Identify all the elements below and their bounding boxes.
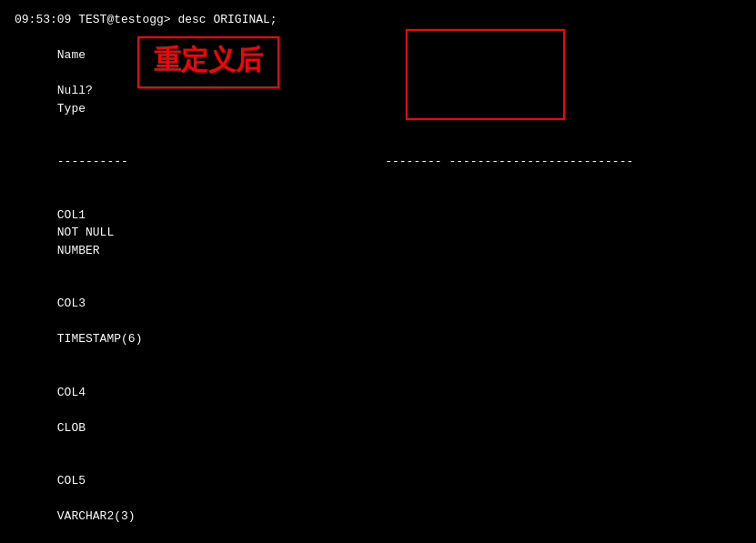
col-name-col4: COL4 — [57, 384, 367, 402]
col-type-col1: NUMBER — [57, 244, 100, 257]
col-name-col5: COL5 — [57, 472, 367, 490]
col-type-col3: TIMESTAMP(6) — [57, 332, 143, 346]
col-type-col5: VARCHAR2(3) — [57, 509, 136, 523]
table-row-col4: COL4 CLOB — [15, 366, 756, 455]
annotation-after: 重定义后 — [137, 36, 279, 88]
col-type-col4: CLOB — [57, 421, 86, 435]
terminal-window: 09:53:09 TEST@testogg> desc ORIGINAL; Na… — [7, 5, 756, 543]
col-null-col4 — [57, 401, 130, 419]
col-null-label: Null? — [57, 82, 130, 100]
table-row-col1: COL1 NOT NULL NUMBER — [15, 188, 756, 277]
col-null-col5 — [57, 490, 130, 508]
desc-original-section: Name Null? Type ---------- -------- ----… — [15, 29, 756, 544]
col-type-header: Type — [57, 102, 86, 116]
col-null-col3 — [57, 313, 130, 331]
cmd-line-1: 09:53:09 TEST@testogg> desc ORIGINAL; — [15, 11, 756, 29]
table-row-col5: COL5 VARCHAR2(3) — [15, 455, 756, 544]
table-divider-original: ---------- -------- --------------------… — [15, 136, 756, 189]
col-name-col1: COL1 — [57, 206, 367, 225]
col-name-col3: COL3 — [57, 295, 367, 313]
table-header-original: Name Null? Type — [15, 29, 756, 136]
col-null-col1: NOT NULL — [57, 224, 130, 242]
table-row-col3: COL3 TIMESTAMP(6) — [15, 277, 756, 367]
